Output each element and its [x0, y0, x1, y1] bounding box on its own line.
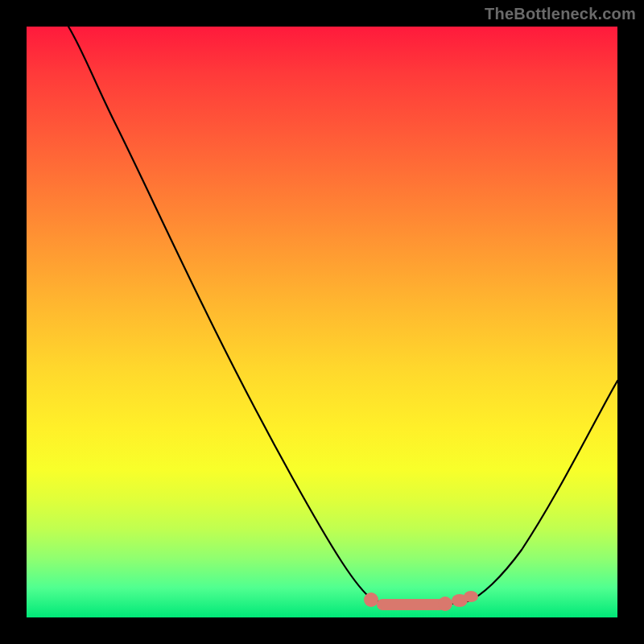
plot-area	[27, 27, 617, 617]
watermark-text: TheBottleneck.com	[485, 5, 636, 23]
blob-dot	[364, 592, 378, 607]
blob-bar	[377, 599, 445, 610]
blob-dot	[438, 597, 452, 611]
chart-container: TheBottleneck.com	[0, 0, 644, 644]
flat-region-blob	[364, 591, 478, 611]
bottleneck-curve	[68, 27, 617, 605]
blob-dot	[464, 591, 478, 602]
chart-svg	[27, 27, 617, 617]
